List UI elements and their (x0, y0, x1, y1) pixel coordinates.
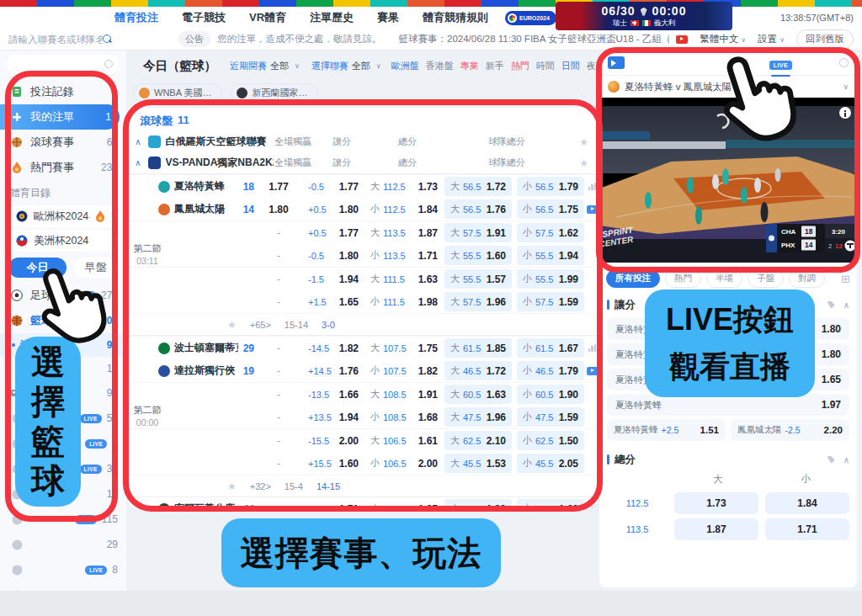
filter-熱門[interactable]: 熱門 (511, 60, 529, 72)
market-pill-半場[interactable]: 半場 (706, 269, 742, 288)
team-total-under-cell[interactable]: 小60.51.90 (517, 385, 584, 404)
nav-item-體育投注[interactable]: 體育投注 (114, 10, 158, 25)
collapse-chevron-icon[interactable]: ∧ (128, 137, 148, 146)
team-total-over-cell[interactable]: 大55.51.60 (444, 246, 512, 265)
sidebar-item-滾球賽事[interactable]: 滾球賽事69 (0, 130, 126, 155)
moneyline-odds[interactable]: - (258, 503, 300, 509)
live-stream-icon[interactable] (587, 205, 598, 214)
nav-item-電子競技[interactable]: 電子競技 (182, 10, 226, 25)
moneyline-odds[interactable]: - (258, 273, 300, 285)
team-total-over-cell[interactable]: 大60.51.90 (444, 499, 512, 508)
nav-item-VR體育[interactable]: VR體育 (249, 10, 286, 25)
team-total-under-cell[interactable]: 小57.51.62 (517, 223, 584, 242)
record-2[interactable]: 14-15 (317, 481, 340, 491)
league-chip[interactable]: 新西蘭國家… (231, 83, 318, 102)
pin-icon[interactable] (827, 301, 835, 309)
handicap-away-cell[interactable]: 鳳凰城太陽-2.52.20 (731, 419, 849, 441)
favorite-star-icon[interactable]: ★ (227, 319, 237, 331)
moneyline-odds[interactable]: - (258, 458, 300, 470)
nav-item-賽果[interactable]: 賽果 (377, 10, 399, 25)
live-stream-icon[interactable] (587, 367, 598, 375)
sidebar-item-我的注單[interactable]: 我的注單1 (0, 104, 120, 130)
handicap-odds-cell[interactable]: +14.51.76 (300, 365, 365, 377)
team-total-over-cell[interactable]: 大46.51.72 (444, 361, 512, 380)
nav-item-注單歷史[interactable]: 注單歷史 (310, 10, 354, 25)
handicap-odds-cell[interactable]: -15.52.00 (300, 435, 365, 447)
moneyline-odds[interactable]: - (258, 389, 300, 401)
total-odds-cell[interactable]: 大108.51.91 (365, 388, 444, 401)
total-odds-cell[interactable]: 大107.51.75 (365, 342, 444, 354)
team-total-over-cell[interactable]: 大62.52.10 (444, 431, 512, 450)
league-search[interactable] (8, 35, 120, 45)
market-pill-熱門[interactable]: 熱門 (665, 269, 701, 288)
sidebar-item-投注記錄[interactable]: 投注記錄 (0, 79, 126, 104)
moneyline-odds[interactable]: - (258, 435, 300, 447)
team-total-over-cell[interactable]: 大57.51.91 (444, 223, 512, 242)
more-markets-link[interactable]: +65> (250, 320, 271, 330)
total-odds-cell[interactable]: 小112.51.84 (365, 203, 444, 215)
team-total-under-cell[interactable]: 小55.51.94 (517, 246, 584, 265)
filter-香港盤[interactable]: 香港盤 (426, 60, 454, 72)
moneyline-odds[interactable]: 1.80 (258, 204, 300, 215)
moneyline-odds[interactable]: - (258, 365, 300, 377)
team-total-over-cell[interactable]: 大45.51.53 (444, 454, 512, 473)
filter-新手[interactable]: 新手 (486, 60, 504, 72)
team-total-over-cell[interactable]: 大56.51.72 (444, 177, 512, 196)
total-odds-cell[interactable]: 大109.51.85 (365, 502, 444, 508)
sidebar-item-美洲杯2024[interactable]: 美洲杯2024 (7, 230, 120, 252)
collapse-chevron-icon[interactable]: ∧ (128, 158, 148, 167)
moneyline-odds[interactable]: - (258, 296, 300, 308)
filter-日間[interactable]: 日間 (561, 60, 580, 72)
handicap-odds-cell[interactable]: +13.51.94 (300, 412, 365, 423)
filter-專業[interactable]: 專業 (460, 60, 479, 72)
handicap-odds-cell[interactable]: -14.51.82 (300, 343, 365, 354)
sidebar-item-sport[interactable]: LIVE115 (0, 507, 126, 532)
collapse-icon[interactable]: ∧ (843, 455, 849, 465)
team-total-under-cell[interactable]: 小55.51.99 (517, 269, 584, 289)
moneyline-odds[interactable]: - (258, 227, 300, 239)
filter-時間[interactable]: 時間 (536, 60, 555, 72)
under-odds-cell[interactable]: 1.84 (765, 492, 849, 514)
handicap-odds-cell[interactable]: +0.51.80 (300, 204, 365, 215)
team-total-under-cell[interactable]: 小62.51.50 (517, 431, 584, 450)
team-total-over-cell[interactable]: 大61.51.85 (444, 338, 512, 358)
sidebar-item-sport[interactable]: 29 (0, 532, 126, 557)
team-total-over-cell[interactable]: 大56.51.76 (444, 199, 512, 219)
stats-icon[interactable] (588, 183, 598, 190)
sidebar-item-歐洲杯2024[interactable]: 歐洲杯2024 (7, 205, 120, 227)
favorite-star-icon[interactable]: ★ (570, 157, 598, 169)
total-odds-cell[interactable]: 小113.51.71 (365, 249, 444, 262)
team-total-over-cell[interactable]: 大60.51.63 (444, 385, 512, 404)
stats-icon[interactable] (588, 344, 598, 352)
sidebar-item-sport[interactable]: LIVE8 (0, 557, 126, 582)
team-total-over-cell[interactable]: 大57.51.96 (444, 292, 512, 311)
total-odds-cell[interactable]: 小111.51.98 (365, 295, 444, 308)
total-odds-cell[interactable]: 小108.51.68 (365, 411, 444, 423)
handicap-odds-cell[interactable]: -1.51.94 (300, 273, 365, 285)
sidebar-item-sport[interactable]: 2 (0, 582, 126, 591)
team-total-over-cell[interactable]: 大47.51.96 (444, 407, 512, 427)
moneyline-odds[interactable]: 1.77 (258, 181, 300, 193)
search-input[interactable] (8, 35, 103, 45)
total-odds-cell[interactable]: 大112.51.73 (365, 180, 444, 193)
sidebar-item-熱門賽事[interactable]: 熱門賽事230 (0, 155, 126, 180)
team-total-under-cell[interactable]: 小56.51.79 (517, 177, 584, 196)
stats-icon[interactable] (588, 505, 598, 508)
team-total-under-cell[interactable]: 小46.51.79 (517, 361, 584, 380)
total-odds-cell[interactable]: 大106.51.61 (365, 434, 444, 447)
team-total-under-cell[interactable]: 小60.51.63 (517, 499, 584, 508)
total-odds-cell[interactable]: 大111.51.63 (365, 273, 444, 285)
chevron-down-icon[interactable]: ∨ (843, 82, 849, 91)
search-icon[interactable] (103, 35, 113, 45)
nav-item-體育競猜規則[interactable]: 體育競猜規則 (423, 10, 488, 25)
favorite-star-icon[interactable]: ★ (570, 136, 598, 148)
total-odds-cell[interactable]: 大113.51.87 (365, 226, 444, 239)
back-old-version-button[interactable]: 回到舊版 (796, 29, 854, 49)
handicap-odds-cell[interactable]: -13.51.66 (300, 389, 365, 401)
under-odds-cell[interactable]: 1.71 (765, 518, 849, 540)
team-total-under-cell[interactable]: 小45.52.05 (517, 454, 584, 473)
language-select[interactable]: 繁體中文 (700, 33, 746, 45)
over-odds-cell[interactable]: 1.73 (674, 492, 758, 514)
handicap-odds-cell[interactable]: -10.51.71 (300, 503, 365, 509)
team-total-under-cell[interactable]: 小57.51.59 (517, 292, 584, 311)
